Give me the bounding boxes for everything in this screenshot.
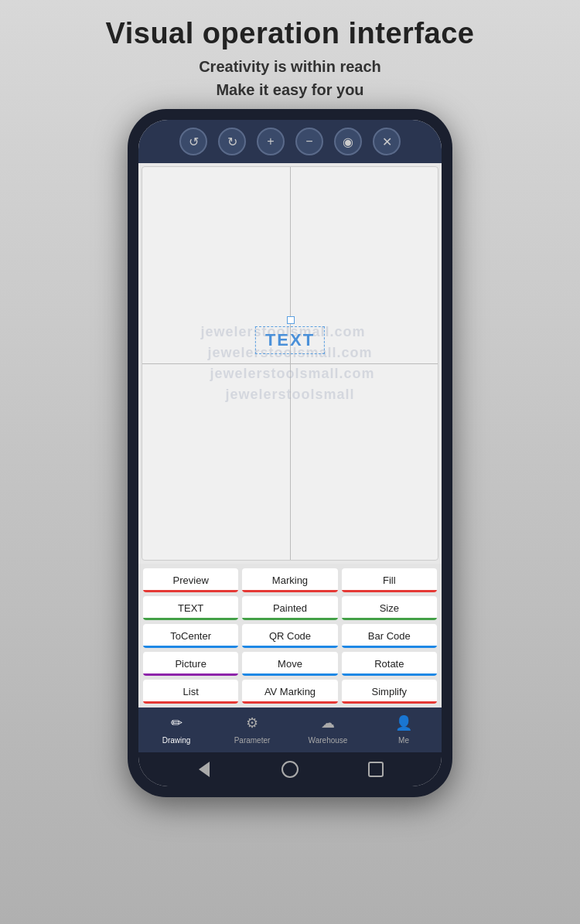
move-button[interactable]: Move bbox=[242, 652, 337, 676]
simplify-underline bbox=[342, 701, 437, 704]
drawing-icon: ✏ bbox=[165, 712, 187, 734]
home-button[interactable] bbox=[279, 759, 301, 780]
list-button[interactable]: List bbox=[143, 680, 238, 704]
qrcode-underline bbox=[242, 646, 337, 648]
size-button[interactable]: Size bbox=[342, 596, 437, 620]
phone-screen: ↺ ↻ + − ◉ ✕ jewelerstoolsmall.com jewele… bbox=[138, 120, 442, 786]
rotate-underline bbox=[342, 673, 437, 676]
marking-button[interactable]: Marking bbox=[242, 568, 337, 592]
nav-drawing[interactable]: ✏ Drawing bbox=[138, 712, 214, 745]
avmarking-underline bbox=[242, 701, 337, 704]
text-underline bbox=[143, 618, 238, 620]
picture-button[interactable]: Picture bbox=[143, 652, 238, 676]
avmarking-button[interactable]: AV Marking bbox=[242, 680, 337, 704]
back-icon bbox=[199, 762, 210, 777]
eye-button[interactable]: ◉ bbox=[334, 128, 362, 155]
size-underline bbox=[342, 618, 437, 620]
canvas-area: jewelerstoolsmall.com jewelerstoolsmall.… bbox=[142, 166, 438, 561]
list-underline bbox=[143, 701, 238, 704]
redo-button[interactable]: ↻ bbox=[218, 128, 246, 155]
page-title: Visual operation interface bbox=[0, 17, 580, 50]
button-row-2: TEXT Painted Size bbox=[143, 596, 437, 620]
barcode-button[interactable]: Bar Code bbox=[342, 624, 437, 648]
recents-icon bbox=[368, 762, 384, 777]
button-row-3: ToCenter QR Code Bar Code bbox=[143, 624, 437, 648]
home-bar bbox=[138, 752, 442, 786]
painted-underline bbox=[242, 618, 337, 620]
crosshair-vertical bbox=[290, 167, 291, 560]
warehouse-icon: ☁ bbox=[317, 712, 339, 734]
me-icon: 👤 bbox=[393, 712, 415, 734]
preview-button[interactable]: Preview bbox=[143, 568, 238, 592]
simplify-button[interactable]: Simplify bbox=[342, 680, 437, 704]
qrcode-button[interactable]: QR Code bbox=[242, 624, 337, 648]
button-row-1: Preview Marking Fill bbox=[143, 568, 437, 592]
page-subtitle: Creativity is within reach Make it easy … bbox=[0, 55, 580, 101]
grid-buttons: Preview Marking Fill TEXT bbox=[138, 564, 442, 707]
tocenter-underline bbox=[143, 646, 238, 648]
nav-me[interactable]: 👤 Me bbox=[366, 712, 442, 745]
painted-button[interactable]: Painted bbox=[242, 596, 337, 620]
zoom-in-button[interactable]: + bbox=[257, 128, 285, 155]
tocenter-button[interactable]: ToCenter bbox=[143, 624, 238, 648]
barcode-underline bbox=[342, 646, 437, 648]
zoom-out-button[interactable]: − bbox=[295, 128, 323, 155]
button-row-5: List AV Marking Simplify bbox=[143, 680, 437, 704]
picture-underline bbox=[143, 673, 238, 676]
nav-warehouse[interactable]: ☁ Warehouse bbox=[290, 712, 366, 745]
home-icon bbox=[281, 761, 299, 778]
preview-underline bbox=[143, 590, 238, 592]
fill-underline bbox=[342, 590, 437, 592]
nav-parameter[interactable]: ⚙ Parameter bbox=[214, 712, 290, 745]
text-element[interactable]: TEXT bbox=[255, 326, 325, 354]
page-header: Visual operation interface Creativity is… bbox=[0, 0, 580, 109]
fill-button[interactable]: Fill bbox=[342, 568, 437, 592]
parameter-icon: ⚙ bbox=[241, 712, 263, 734]
undo-button[interactable]: ↺ bbox=[179, 128, 207, 155]
app-toolbar: ↺ ↻ + − ◉ ✕ bbox=[138, 120, 442, 163]
close-button[interactable]: ✕ bbox=[373, 128, 401, 155]
back-button[interactable] bbox=[193, 759, 215, 780]
text-button[interactable]: TEXT bbox=[143, 596, 238, 620]
bottom-nav: ✏ Drawing ⚙ Parameter ☁ Warehouse 👤 Me bbox=[138, 707, 442, 752]
move-underline bbox=[242, 673, 337, 676]
text-handle bbox=[287, 316, 295, 324]
recents-button[interactable] bbox=[365, 759, 387, 780]
rotate-button[interactable]: Rotate bbox=[342, 652, 437, 676]
phone-shell: ↺ ↻ + − ◉ ✕ jewelerstoolsmall.com jewele… bbox=[128, 109, 452, 797]
button-row-4: Picture Move Rotate bbox=[143, 652, 437, 676]
marking-underline bbox=[242, 590, 337, 592]
